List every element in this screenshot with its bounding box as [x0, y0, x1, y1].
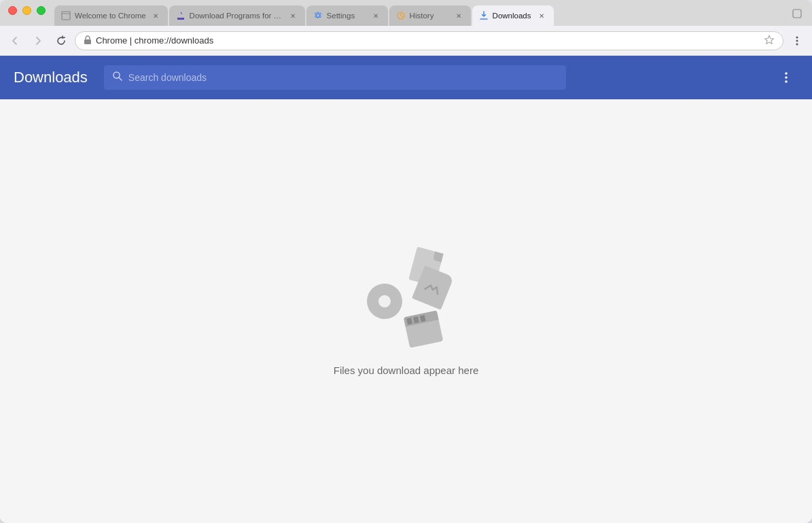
svg-line-12 [119, 78, 122, 80]
tab-title-welcome: Welcome to Chrome [75, 12, 146, 20]
downloads-header: Downloads [0, 56, 812, 99]
maximize-button[interactable] [37, 6, 46, 15]
svg-point-8 [796, 36, 798, 38]
navbar: Chrome | chrome://downloads [0, 26, 812, 56]
address-bar[interactable]: Chrome | chrome://downloads [75, 31, 783, 50]
clap-file-icon [404, 310, 443, 348]
tab-favicon-download-programs [176, 11, 186, 20]
tabs-container: Welcome to Chrome ✕ Download Programs fo… [0, 5, 782, 26]
search-bar[interactable] [104, 65, 566, 90]
svg-rect-0 [62, 12, 70, 20]
reload-button[interactable] [52, 31, 71, 50]
tab-download-programs[interactable]: Download Programs for Ma ✕ [169, 5, 305, 26]
browser-window: Welcome to Chrome ✕ Download Programs fo… [0, 0, 812, 523]
tab-welcome[interactable]: Welcome to Chrome ✕ [54, 5, 168, 26]
back-button[interactable] [5, 31, 24, 50]
tab-favicon-downloads [479, 11, 489, 20]
chrome-menu-button[interactable] [788, 31, 807, 50]
traffic-lights [0, 0, 54, 26]
svg-point-9 [796, 39, 798, 41]
tab-favicon-welcome [61, 11, 71, 20]
empty-state: Files you download appear here [334, 246, 478, 376]
tab-title-downloads: Downloads [493, 12, 532, 20]
tab-downloads[interactable]: Downloads ✕ [472, 5, 554, 26]
tab-settings[interactable]: Settings ✕ [306, 5, 388, 26]
close-button[interactable] [8, 6, 17, 15]
search-icon [112, 71, 123, 84]
svg-point-14 [785, 76, 788, 79]
tab-close-download-programs[interactable]: ✕ [287, 10, 298, 21]
svg-point-13 [785, 72, 788, 75]
tab-history[interactable]: History ✕ [389, 5, 471, 26]
svg-point-10 [796, 43, 798, 45]
empty-state-message: Files you download appear here [334, 365, 478, 376]
header-menu-button[interactable] [774, 65, 798, 90]
forward-button[interactable] [29, 31, 48, 50]
tab-title-settings: Settings [327, 12, 366, 20]
svg-point-15 [785, 80, 788, 83]
tab-favicon-settings [313, 11, 323, 20]
minimize-button[interactable] [22, 6, 31, 15]
window-controls-right [782, 4, 812, 26]
tab-close-settings[interactable]: ✕ [370, 10, 381, 21]
tab-title-history: History [410, 12, 449, 20]
svg-marker-7 [765, 35, 774, 44]
titlebar: Welcome to Chrome ✕ Download Programs fo… [0, 0, 812, 26]
new-tab-button[interactable] [788, 4, 807, 23]
tab-close-history[interactable]: ✕ [453, 10, 464, 21]
search-downloads-input[interactable] [128, 72, 558, 83]
bookmark-icon[interactable] [764, 34, 775, 47]
svg-rect-6 [84, 39, 91, 44]
svg-rect-5 [793, 10, 801, 18]
lock-icon [84, 35, 92, 46]
tab-close-downloads[interactable]: ✕ [536, 10, 547, 21]
downloads-body: Files you download appear here [0, 99, 812, 523]
downloads-page-title: Downloads [14, 69, 88, 86]
page-content: Downloads [0, 56, 812, 523]
address-text: Chrome | chrome://downloads [96, 35, 760, 46]
tab-close-welcome[interactable]: ✕ [150, 10, 161, 21]
tab-title-download-programs: Download Programs for Ma [190, 12, 283, 20]
downloads-illustration [361, 246, 450, 348]
tab-favicon-history [396, 11, 406, 20]
disc-file-icon [365, 282, 405, 322]
